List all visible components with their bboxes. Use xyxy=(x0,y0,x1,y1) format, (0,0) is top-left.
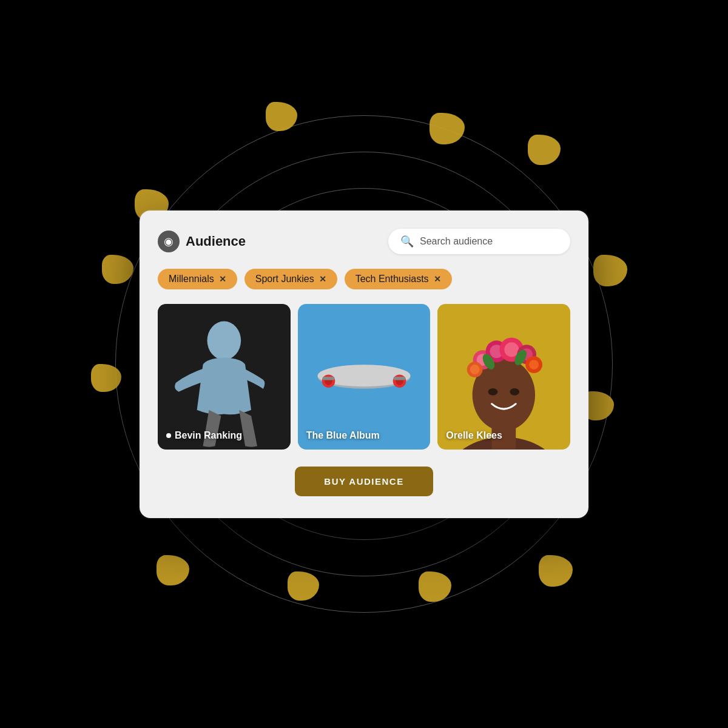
tag-label-sport-junkies: Sport Junkies xyxy=(255,274,314,285)
tag-close-tech-enthusiasts[interactable]: ✕ xyxy=(434,274,441,284)
media-card-orelle[interactable]: Orelle Klees xyxy=(437,304,570,450)
tag-close-millennials[interactable]: ✕ xyxy=(219,274,226,284)
panel-title: Audience xyxy=(186,234,246,249)
svg-point-25 xyxy=(470,365,480,374)
search-icon: 🔍 xyxy=(400,235,414,248)
audience-panel: ◉ Audience 🔍 Search audience Millennials… xyxy=(140,211,588,518)
tag-label-millennials: Millennials xyxy=(169,274,214,285)
scene: ◉ Audience 🔍 Search audience Millennials… xyxy=(91,91,637,637)
panel-header: ◉ Audience 🔍 Search audience xyxy=(158,229,570,254)
svg-rect-8 xyxy=(323,377,335,380)
svg-rect-9 xyxy=(394,377,406,380)
media-grid: Bevin Ranking xyxy=(158,304,570,450)
tag-sport-junkies[interactable]: Sport Junkies ✕ xyxy=(244,269,337,289)
svg-point-1 xyxy=(207,321,241,360)
brand-area: ◉ Audience xyxy=(158,231,246,252)
tags-row: Millennials ✕ Sport Junkies ✕ Tech Enthu… xyxy=(158,269,570,289)
media-card-label-bevin: Bevin Ranking xyxy=(166,430,242,441)
tag-label-tech-enthusiasts: Tech Enthusiasts xyxy=(356,274,429,285)
search-placeholder-text: Search audience xyxy=(420,236,493,247)
cta-row: BUY AUDIENCE xyxy=(158,467,570,496)
tag-millennials[interactable]: Millennials ✕ xyxy=(158,269,237,289)
dot-bevin xyxy=(166,433,171,438)
media-card-blue-album[interactable]: The Blue Album xyxy=(298,304,431,450)
svg-point-27 xyxy=(529,360,539,369)
buy-audience-button[interactable]: BUY AUDIENCE xyxy=(295,467,433,496)
media-card-bevin[interactable]: Bevin Ranking xyxy=(158,304,291,450)
svg-point-21 xyxy=(505,342,519,357)
skate-bg xyxy=(298,304,431,450)
brand-icon: ◉ xyxy=(158,231,180,252)
svg-point-15 xyxy=(510,388,520,395)
svg-point-14 xyxy=(488,388,498,395)
search-box[interactable]: 🔍 Search audience xyxy=(388,229,570,254)
tag-tech-enthusiasts[interactable]: Tech Enthusiasts ✕ xyxy=(345,269,452,289)
portrait-bg xyxy=(437,304,570,450)
media-card-label-orelle: Orelle Klees xyxy=(446,430,502,441)
tag-close-sport-junkies[interactable]: ✕ xyxy=(319,274,326,284)
media-card-label-blue-album: The Blue Album xyxy=(306,430,380,441)
